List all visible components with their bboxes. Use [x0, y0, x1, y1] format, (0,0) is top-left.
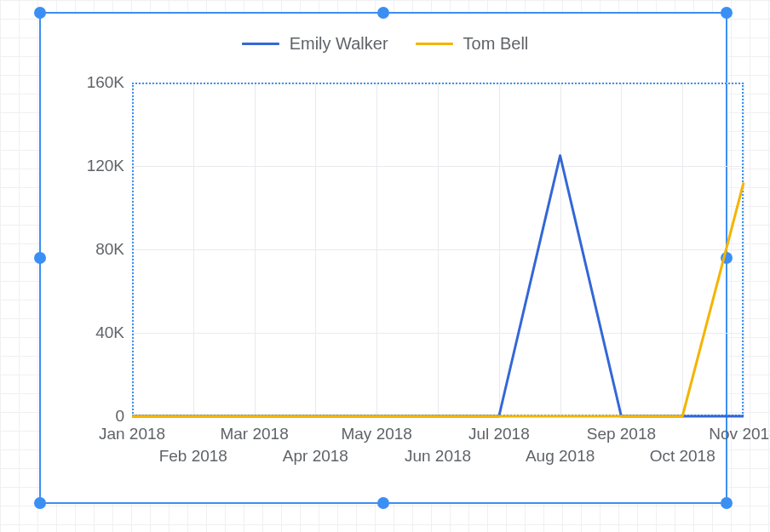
x-axis-tick-label: Sep 2018	[587, 425, 656, 443]
x-axis-tick-label: Nov 2018	[709, 425, 770, 443]
series-line	[132, 156, 744, 416]
legend-item[interactable]: Emily Walker	[242, 34, 388, 54]
resize-handle-mid-left[interactable]	[34, 252, 46, 264]
legend-swatch	[416, 43, 453, 45]
chart-legend: Emily Walker Tom Bell	[0, 34, 770, 54]
legend-swatch	[242, 43, 279, 45]
x-axis-tick-label: Aug 2018	[526, 447, 595, 466]
x-axis-tick-label: Feb 2018	[159, 447, 227, 466]
resize-handle-top-left[interactable]	[34, 7, 46, 19]
legend-label: Emily Walker	[290, 34, 388, 54]
x-axis-tick-label: Jul 2018	[468, 425, 530, 443]
resize-handle-bottom-center[interactable]	[377, 497, 389, 509]
gridline-v	[744, 83, 744, 416]
resize-handle-bottom-left[interactable]	[34, 497, 46, 509]
x-axis-tick-label: Jun 2018	[405, 447, 471, 466]
x-axis-tick-label: Mar 2018	[220, 425, 288, 443]
x-axis-tick-label: May 2018	[341, 425, 411, 443]
y-axis-tick-label: 40K	[56, 323, 124, 342]
series-line	[132, 183, 744, 416]
legend-item[interactable]: Tom Bell	[416, 34, 529, 54]
x-axis-tick-label: Jan 2018	[99, 425, 165, 443]
x-axis-tick-label: Apr 2018	[283, 447, 348, 466]
x-axis-tick-label: Oct 2018	[650, 447, 715, 466]
y-axis-tick-label: 0	[56, 407, 124, 426]
chart-plot-area[interactable]	[132, 83, 744, 416]
resize-handle-bottom-right[interactable]	[721, 497, 733, 509]
resize-handle-top-center[interactable]	[377, 7, 389, 19]
legend-label: Tom Bell	[463, 34, 529, 54]
chart-lines	[132, 83, 744, 416]
y-axis-tick-label: 160K	[56, 73, 124, 92]
resize-handle-top-right[interactable]	[721, 7, 733, 19]
y-axis-tick-label: 80K	[56, 240, 124, 259]
y-axis-tick-label: 120K	[56, 157, 124, 175]
